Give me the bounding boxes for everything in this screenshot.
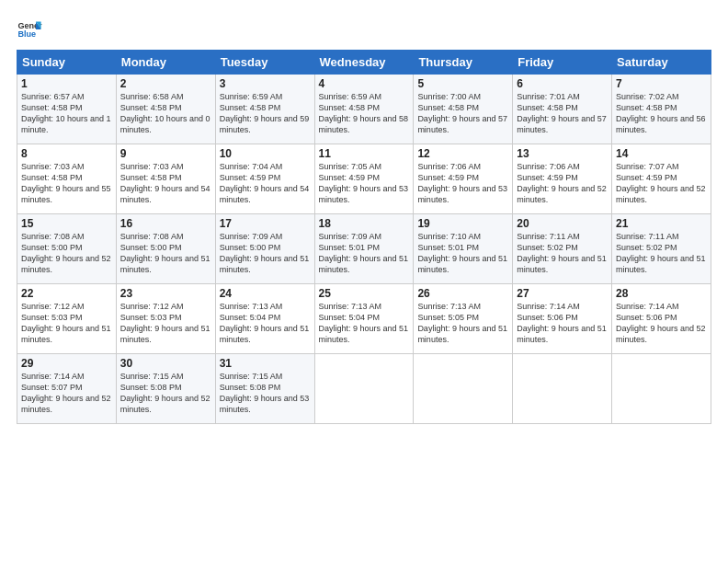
logo-icon: General Blue — [17, 17, 42, 42]
day-3: 3Sunrise: 6:59 AMSunset: 4:58 PMDaylight… — [215, 75, 314, 144]
day-19: 19Sunrise: 7:10 AMSunset: 5:01 PMDayligh… — [414, 214, 513, 284]
day-empty — [612, 354, 711, 424]
col-header-saturday: Saturday — [612, 51, 711, 75]
col-header-wednesday: Wednesday — [314, 51, 414, 75]
col-header-tuesday: Tuesday — [215, 51, 314, 75]
day-31: 31Sunrise: 7:15 AMSunset: 5:08 PMDayligh… — [215, 354, 314, 424]
day-22: 22Sunrise: 7:12 AMSunset: 5:03 PMDayligh… — [17, 284, 117, 354]
day-empty — [513, 354, 612, 424]
day-12: 12Sunrise: 7:06 AMSunset: 4:59 PMDayligh… — [414, 144, 513, 214]
page-header: General Blue — [17, 17, 711, 42]
day-1: 1Sunrise: 6:57 AMSunset: 4:58 PMDaylight… — [17, 75, 117, 144]
calendar-table: SundayMondayTuesdayWednesdayThursdayFrid… — [17, 50, 711, 424]
day-10: 10Sunrise: 7:04 AMSunset: 4:59 PMDayligh… — [215, 144, 314, 214]
day-24: 24Sunrise: 7:13 AMSunset: 5:04 PMDayligh… — [215, 284, 314, 354]
day-20: 20Sunrise: 7:11 AMSunset: 5:02 PMDayligh… — [513, 214, 612, 284]
day-6: 6Sunrise: 7:01 AMSunset: 4:58 PMDaylight… — [513, 75, 612, 144]
day-18: 18Sunrise: 7:09 AMSunset: 5:01 PMDayligh… — [314, 214, 414, 284]
col-header-thursday: Thursday — [414, 51, 513, 75]
day-21: 21Sunrise: 7:11 AMSunset: 5:02 PMDayligh… — [612, 214, 711, 284]
day-9: 9Sunrise: 7:03 AMSunset: 4:58 PMDaylight… — [116, 144, 215, 214]
day-5: 5Sunrise: 7:00 AMSunset: 4:58 PMDaylight… — [414, 75, 513, 144]
day-27: 27Sunrise: 7:14 AMSunset: 5:06 PMDayligh… — [513, 284, 612, 354]
day-30: 30Sunrise: 7:15 AMSunset: 5:08 PMDayligh… — [116, 354, 215, 424]
col-header-monday: Monday — [116, 51, 215, 75]
day-8: 8Sunrise: 7:03 AMSunset: 4:58 PMDaylight… — [17, 144, 117, 214]
day-29: 29Sunrise: 7:14 AMSunset: 5:07 PMDayligh… — [17, 354, 117, 424]
col-header-sunday: Sunday — [17, 51, 117, 75]
svg-text:Blue: Blue — [17, 29, 36, 39]
day-7: 7Sunrise: 7:02 AMSunset: 4:58 PMDaylight… — [612, 75, 711, 144]
calendar-header-row: SundayMondayTuesdayWednesdayThursdayFrid… — [17, 51, 711, 75]
day-17: 17Sunrise: 7:09 AMSunset: 5:00 PMDayligh… — [215, 214, 314, 284]
day-28: 28Sunrise: 7:14 AMSunset: 5:06 PMDayligh… — [612, 284, 711, 354]
logo: General Blue — [17, 17, 46, 42]
day-empty — [414, 354, 513, 424]
day-23: 23Sunrise: 7:12 AMSunset: 5:03 PMDayligh… — [116, 284, 215, 354]
day-16: 16Sunrise: 7:08 AMSunset: 5:00 PMDayligh… — [116, 214, 215, 284]
col-header-friday: Friday — [513, 51, 612, 75]
day-25: 25Sunrise: 7:13 AMSunset: 5:04 PMDayligh… — [314, 284, 414, 354]
day-11: 11Sunrise: 7:05 AMSunset: 4:59 PMDayligh… — [314, 144, 414, 214]
day-13: 13Sunrise: 7:06 AMSunset: 4:59 PMDayligh… — [513, 144, 612, 214]
day-4: 4Sunrise: 6:59 AMSunset: 4:58 PMDaylight… — [314, 75, 414, 144]
day-26: 26Sunrise: 7:13 AMSunset: 5:05 PMDayligh… — [414, 284, 513, 354]
day-15: 15Sunrise: 7:08 AMSunset: 5:00 PMDayligh… — [17, 214, 117, 284]
day-empty — [314, 354, 414, 424]
day-14: 14Sunrise: 7:07 AMSunset: 4:59 PMDayligh… — [612, 144, 711, 214]
day-2: 2Sunrise: 6:58 AMSunset: 4:58 PMDaylight… — [116, 75, 215, 144]
